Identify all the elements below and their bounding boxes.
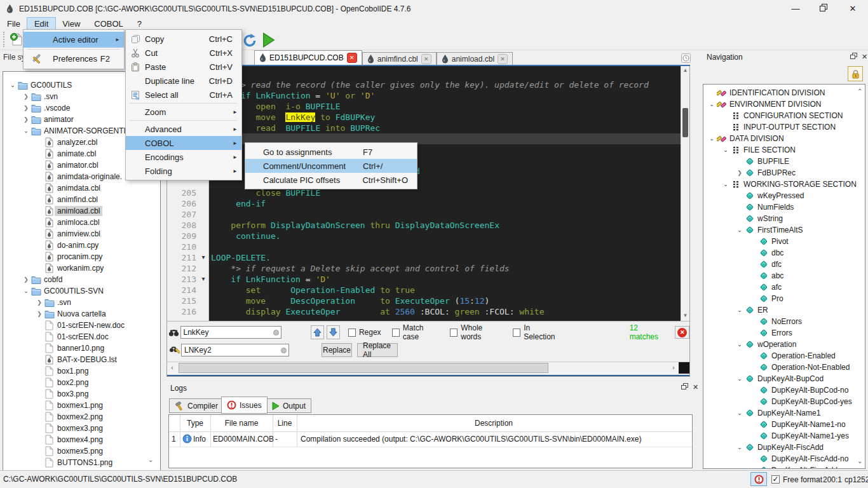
menu-item-comment-uncomment[interactable]: Comment/UncommentCtrl+/ [245, 159, 417, 173]
code-text-area[interactable]: *> read the record (the caller gives onl… [209, 66, 681, 321]
nav-item-operation-not-enabled[interactable]: Operation-Not-Enabled [703, 362, 865, 373]
expand-arrow-icon[interactable]: ❯ [35, 299, 44, 306]
nav-scroll-down-icon[interactable]: ⌄ [857, 458, 862, 464]
replace-input[interactable]: LNKey2 [181, 344, 289, 356]
file-tree-item-svn[interactable]: ❯.svn [3, 297, 160, 308]
nav-item-data-division[interactable]: ⌄DATA DIVISION [703, 133, 865, 144]
menu-item-preferences[interactable]: PreferencesF2 [24, 51, 124, 67]
nav-item-pivot[interactable]: Pivot [703, 236, 865, 247]
tab-animfind-cbl[interactable]: animfind.cbl✕ [362, 52, 437, 65]
col-header-description[interactable]: Description [297, 415, 691, 431]
file-tree-item-box3-png[interactable]: box3.png [3, 388, 160, 400]
clear-find-icon[interactable] [273, 330, 279, 336]
tab-close-icon[interactable]: ✕ [498, 54, 508, 64]
expand-arrow-icon[interactable]: ⌄ [735, 376, 744, 382]
nav-item-dbc[interactable]: dbc [703, 247, 865, 259]
nav-item-bupfile[interactable]: BUPFILE [703, 156, 865, 167]
expand-arrow-icon[interactable]: ⌄ [735, 227, 744, 233]
file-tree-item-animload-cbl[interactable]: animload.cbl [3, 205, 160, 217]
h-scrollbar-thumb[interactable] [179, 363, 548, 373]
nav-scroll-up-icon[interactable]: ⌃ [857, 88, 862, 95]
compile-icon[interactable] [242, 32, 257, 49]
expand-arrow-icon[interactable]: ⌄ [8, 82, 17, 88]
file-tree-item-cobfd[interactable]: ❯cobfd [3, 274, 160, 285]
file-tree-item-animloca-cbl[interactable]: animloca.cbl [3, 217, 160, 228]
editor-vertical-scrollbar[interactable]: ▲ ▼ [681, 66, 689, 321]
in-selection-checkbox[interactable] [513, 329, 520, 337]
toolbar-drag-handle[interactable] [3, 32, 4, 47]
nav-item-numfields[interactable]: NumFields [703, 201, 865, 213]
file-tree-item-gc00utils-svn[interactable]: ⌄GC00UTILS-SVN [3, 285, 160, 297]
nav-item-er[interactable]: ⌄ER [703, 304, 865, 316]
tab-ed151bupcud-cob[interactable]: ED151BUPCUD.COB✕ [254, 50, 362, 65]
nav-item-input-output-section[interactable]: INPUT-OUTPUT SECTION [703, 121, 865, 133]
menubar-item-view[interactable]: View [55, 18, 87, 30]
file-tree-item-procanim-cpy[interactable]: procanim.cpy [3, 251, 160, 262]
scroll-down-icon[interactable]: ▼ [681, 313, 689, 318]
file-tree-item-01-screen-new-doc[interactable]: 01-scrEEN-new.doc [3, 320, 160, 331]
regex-checkbox[interactable] [348, 329, 356, 337]
menu-item-cut[interactable]: CutCtrl+X [126, 46, 241, 60]
expand-arrow-icon[interactable]: ⌄ [735, 410, 744, 416]
nav-item-firsttimealts[interactable]: ⌄FirstTimeAltS [703, 224, 865, 236]
lock-button[interactable] [848, 66, 863, 81]
close-search-button[interactable]: ✕ [675, 326, 689, 339]
scroll-right-icon[interactable]: › [668, 363, 679, 372]
nav-item-wkeypressed[interactable]: wKeyPressed [703, 190, 865, 201]
nav-item-dupkeyalt-name1-yes[interactable]: DupKeyAlt-Name1-yes [703, 430, 865, 442]
expand-arrow-icon[interactable]: ⌄ [735, 341, 744, 348]
nav-item-pro[interactable]: Pro [703, 293, 865, 304]
tab-list-clock-icon[interactable] [681, 53, 691, 63]
file-tree-item-buttons1-png[interactable]: BUTTONS1.png [3, 457, 160, 468]
nav-item-operation-enabled[interactable]: Operation-Enabled [703, 350, 865, 362]
minimize-button[interactable]: — [784, 0, 807, 18]
col-header-filename[interactable]: File name [210, 415, 273, 431]
restore-button[interactable] [812, 0, 835, 18]
replace-button[interactable]: Replace [322, 343, 352, 357]
expand-arrow-icon[interactable]: ⌄ [721, 181, 730, 187]
nav-item-abc[interactable]: abc [703, 270, 865, 281]
nav-item-afc[interactable]: afc [703, 281, 865, 293]
menu-item-advanced[interactable]: Advanced► [126, 122, 241, 136]
nav-item-working-storage-section[interactable]: ⌄WORKING-STORAGE SECTION [703, 179, 865, 190]
col-header-type[interactable]: Type [180, 415, 210, 431]
file-tree-item-banner10-png[interactable]: banner10.png [3, 342, 160, 354]
fold-arrow-icon[interactable]: ▾ [199, 252, 208, 263]
expand-arrow-icon[interactable]: ❯ [35, 311, 44, 317]
menu-item-zoom[interactable]: Zoom► [126, 105, 241, 119]
tab-close-icon[interactable]: ✕ [421, 54, 431, 64]
nav-item-dupkeyalt-fiscadd-yes[interactable]: DupKeyAlt-FiscAdd-yes [703, 464, 865, 469]
file-tree-item-boxmex3-png[interactable]: boxmex3.png [3, 423, 160, 434]
col-header-line[interactable]: Line [273, 415, 297, 431]
find-next-button[interactable] [327, 325, 340, 339]
navigation-float-icon[interactable] [850, 53, 857, 60]
menu-item-go-to-assignments[interactable]: Go to assignmentsF7 [245, 145, 417, 159]
expand-arrow-icon[interactable]: ⌄ [22, 288, 31, 294]
file-tree-item-animfind-cbl[interactable]: animfind.cbl [3, 194, 160, 205]
expand-arrow-icon[interactable]: ⌄ [707, 101, 716, 107]
menubar-item-file[interactable]: File [0, 18, 27, 30]
nav-item-noerrors[interactable]: NoErrors [703, 316, 865, 327]
nav-item-dupkeyalt-bupcod-no[interactable]: DupKeyAlt-BupCod-no [703, 384, 865, 396]
nav-item-file-section[interactable]: ⌄FILE SECTION [703, 144, 865, 156]
nav-item-dupkeyalt-name1[interactable]: ⌄DupKeyAlt-Name1 [703, 407, 865, 419]
scroll-up-icon[interactable]: ▲ [681, 67, 689, 73]
nav-item-configuration-section[interactable]: CONFIGURATION SECTION [703, 110, 865, 121]
nav-item-dfc[interactable]: dfc [703, 259, 865, 270]
new-file-icon[interactable] [9, 32, 24, 47]
expand-arrow-icon[interactable]: ❯ [22, 116, 31, 123]
expand-arrow-icon[interactable]: ⌄ [707, 135, 716, 142]
menu-item-copy[interactable]: CopyCtrl+C [126, 32, 241, 46]
file-tree-item-animview-cbl[interactable]: animview.cbl [3, 228, 160, 240]
tab-animload-cbl[interactable]: animload.cbl✕ [437, 52, 513, 65]
editor-horizontal-scrollbar[interactable]: ‹ › [167, 362, 689, 374]
menu-item-active-editor[interactable]: Active editor► [24, 32, 124, 48]
nav-item-wstring[interactable]: wString [703, 213, 865, 224]
nav-item-environment-division[interactable]: ⌄ENVIRONMENT DIVISION [703, 98, 865, 110]
file-tree-item-animdata-cbl[interactable]: animdata.cbl [3, 182, 160, 194]
tab-output[interactable]: Output [266, 398, 311, 413]
expand-arrow-icon[interactable]: ❯ [22, 276, 31, 283]
expand-arrow-icon[interactable]: ❯ [735, 170, 744, 176]
nav-item-identification-division[interactable]: IDENTIFICATION DIVISION [703, 87, 865, 98]
navigation-close-icon[interactable]: ✕ [862, 53, 867, 61]
